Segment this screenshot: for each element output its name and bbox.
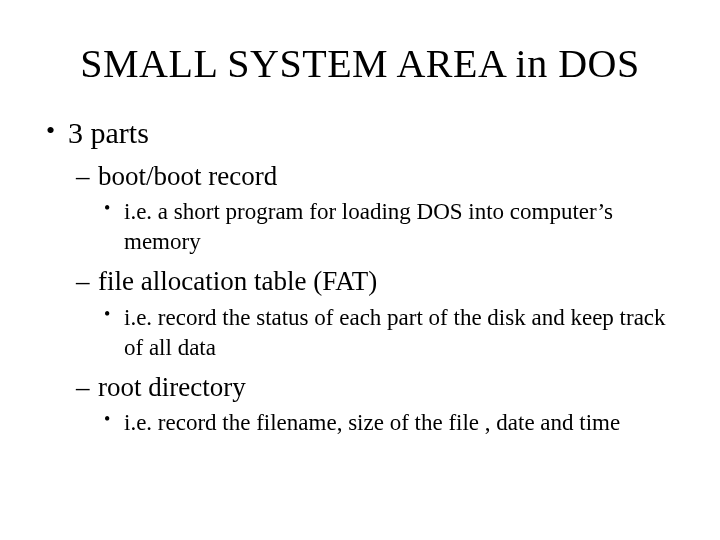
list-item-label: root directory [98,372,246,402]
list-item: root directory i.e. record the filename,… [68,369,680,439]
list-item: boot/boot record i.e. a short program fo… [68,158,680,258]
list-item-label: i.e. record the status of each part of t… [124,305,666,360]
bullet-list-level3: i.e. record the status of each part of t… [98,303,680,363]
list-item: i.e. a short program for loading DOS int… [98,197,680,257]
list-item: 3 parts boot/boot record i.e. a short pr… [40,113,680,438]
slide: SMALL SYSTEM AREA in DOS 3 parts boot/bo… [0,0,720,540]
bullet-list-level2: boot/boot record i.e. a short program fo… [68,158,680,439]
list-item-label: 3 parts [68,116,149,149]
bullet-list-level3: i.e. a short program for loading DOS int… [98,197,680,257]
bullet-list-level3: i.e. record the filename, size of the fi… [98,408,680,438]
list-item: file allocation table (FAT) i.e. record … [68,263,680,363]
list-item-label: i.e. record the filename, size of the fi… [124,410,620,435]
list-item: i.e. record the filename, size of the fi… [98,408,680,438]
list-item-label: i.e. a short program for loading DOS int… [124,199,613,254]
list-item-label: file allocation table (FAT) [98,266,377,296]
slide-title: SMALL SYSTEM AREA in DOS [40,40,680,87]
list-item: i.e. record the status of each part of t… [98,303,680,363]
list-item-label: boot/boot record [98,161,277,191]
bullet-list-level1: 3 parts boot/boot record i.e. a short pr… [40,113,680,438]
